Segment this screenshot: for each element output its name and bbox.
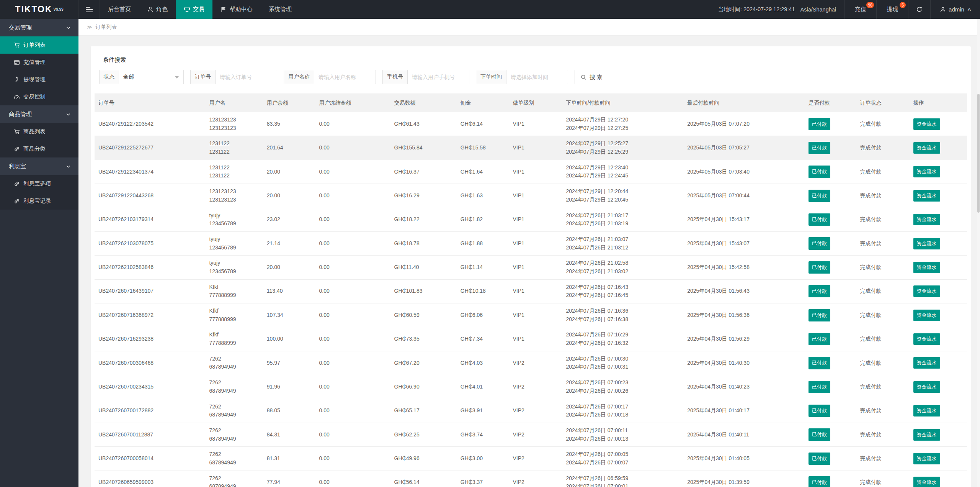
cell-actions: 资金流水	[910, 447, 967, 471]
order-no-input[interactable]	[216, 70, 277, 84]
table-row[interactable]: UB2407262103179314 tyujy123456789 23.02 …	[95, 208, 967, 231]
fund-flow-button[interactable]: 资金流水	[913, 453, 940, 464]
sidebar-item-withdraw-mgmt[interactable]: 提现管理	[0, 71, 78, 88]
cell-amount: GH₵65.17	[390, 399, 457, 423]
breadcrumb-label: 订单列表	[96, 24, 117, 31]
cell-order-no: UB2407260659599003	[95, 471, 205, 487]
withdraw-link[interactable]: 提现5	[876, 0, 908, 19]
cell-commission: GH₵3.00	[457, 447, 509, 471]
cell-balance: 201.64	[263, 136, 315, 160]
fund-flow-button[interactable]: 资金流水	[913, 477, 940, 487]
cell-balance: 20.00	[263, 184, 315, 208]
fund-flow-button[interactable]: 资金流水	[913, 166, 940, 177]
table-row[interactable]: UB2407291223401374 12311221231122 20.00 …	[95, 160, 967, 184]
nav-item-home[interactable]: 后台首页	[100, 0, 139, 19]
select-arrow-icon	[175, 76, 179, 79]
table-row[interactable]: UB2407260716439107 Kfkf777888999 113.40 …	[95, 279, 967, 303]
sidebar-group-trade[interactable]: 交易管理	[0, 19, 78, 36]
cell-frozen: 0.00	[315, 112, 390, 136]
sidebar-group-interest[interactable]: 利息宝	[0, 157, 78, 175]
user-name-input[interactable]	[314, 70, 376, 84]
paid-badge: 已付款	[808, 237, 830, 249]
table-row[interactable]: UB2407260716293238 Kfkf777888999 100.00 …	[95, 327, 967, 351]
logo-version: V9.99	[54, 7, 64, 11]
recharge-link[interactable]: 充值96	[844, 0, 876, 19]
cell-commission: GH₵4.03	[457, 351, 509, 375]
sidebar-item-interest-options[interactable]: 利息宝选项	[0, 175, 78, 192]
scrollbar-thumb[interactable]	[977, 94, 980, 213]
cell-order-no: UB2407291227203542	[95, 112, 205, 136]
condition-search-title: 条件搜索	[99, 56, 130, 64]
cart-icon	[14, 129, 20, 135]
nav-item-roles[interactable]: 角色	[139, 0, 176, 19]
table-row[interactable]: UB2407291220443268 123123123123123123 20…	[95, 184, 967, 208]
cell-last-pay-time: 2025年04月30日 01:40:05	[683, 447, 805, 471]
table-row[interactable]: UB2407291227203542 123123123123123123 83…	[95, 112, 967, 136]
sidebar-toggle-button[interactable]	[78, 0, 100, 19]
cell-order-status: 完成付款	[856, 279, 909, 303]
table-row[interactable]: UB2407262103078075 tyujy123456789 21.14 …	[95, 231, 967, 255]
fund-flow-button[interactable]: 资金流水	[913, 310, 940, 321]
vertical-scrollbar[interactable]	[977, 19, 980, 487]
cell-order-pay-time: 2024年07月26日 07:00:112024年07月26日 07:00:13	[562, 423, 684, 446]
nav-item-system[interactable]: 系统管理	[261, 0, 300, 19]
fund-flow-button[interactable]: 资金流水	[913, 333, 940, 345]
paid-badge: 已付款	[808, 309, 830, 321]
fund-flow-button[interactable]: 资金流水	[913, 142, 940, 154]
cell-commission: GH₵1.64	[457, 160, 509, 184]
fund-flow-button[interactable]: 资金流水	[913, 238, 940, 249]
phone-input[interactable]	[408, 70, 469, 84]
fund-flow-button[interactable]: 资金流水	[913, 357, 940, 369]
sidebar-item-interest-records[interactable]: 利息宝记录	[0, 192, 78, 210]
order-time-input[interactable]	[506, 70, 568, 84]
fund-flow-button[interactable]: 资金流水	[913, 381, 940, 393]
paid-badge: 已付款	[808, 285, 830, 297]
fund-flow-button[interactable]: 资金流水	[913, 429, 940, 441]
cell-last-pay-time: 2025年04月30日 01:40:11	[683, 423, 805, 446]
table-row[interactable]: UB2407291225272677 12311221231122 201.64…	[95, 136, 967, 160]
table-row[interactable]: UB2407260700058014 7262687894949 81.31 0…	[95, 447, 967, 471]
cell-level: VIP2	[509, 351, 562, 375]
cell-frozen: 0.00	[315, 184, 390, 208]
paid-badge: 已付款	[808, 190, 830, 202]
fund-flow-button[interactable]: 资金流水	[913, 405, 940, 416]
col-balance: 用户余额	[263, 94, 315, 112]
sidebar-item-goods-list[interactable]: 商品列表	[0, 123, 78, 140]
fund-flow-button[interactable]: 资金流水	[913, 214, 940, 225]
cell-level: VIP1	[509, 231, 562, 255]
table-row[interactable]: UB2407260700172882 7262687894949 88.05 0…	[95, 399, 967, 423]
cell-order-status: 完成付款	[856, 256, 909, 279]
sidebar-item-recharge-mgmt[interactable]: 充值管理	[0, 54, 78, 71]
table-row[interactable]: UB2407260659599003 7262687894949 77.94 0…	[95, 471, 967, 487]
paid-badge: 已付款	[808, 405, 830, 417]
col-order-status: 订单状态	[856, 94, 909, 112]
nav-item-trade[interactable]: 交易	[176, 0, 212, 19]
sidebar-item-trade-control[interactable]: 交易控制	[0, 88, 78, 105]
cell-order-status: 完成付款	[856, 423, 909, 446]
cell-order-no: UB2407260700058014	[95, 447, 205, 471]
sidebar-group-goods[interactable]: 商品管理	[0, 105, 78, 123]
cell-is-paid: 已付款	[805, 208, 856, 231]
table-row[interactable]: UB2407260700234315 7262687894949 91.96 0…	[95, 375, 967, 399]
card-icon	[14, 59, 20, 66]
sidebar-item-order-list[interactable]: 订单列表	[0, 36, 78, 54]
table-row[interactable]: UB2407260700306468 7262687894949 95.97 0…	[95, 351, 967, 375]
user-menu[interactable]: admin ∧	[930, 0, 980, 19]
table-row[interactable]: UB2407262102583846 tyujy123456789 20.00 …	[95, 256, 967, 279]
fund-flow-button[interactable]: 资金流水	[913, 262, 940, 273]
fund-flow-button[interactable]: 资金流水	[913, 285, 940, 297]
search-button[interactable]: 搜 索	[575, 70, 608, 84]
table-row[interactable]: UB2407260700112887 7262687894949 84.31 0…	[95, 423, 967, 446]
fund-flow-button[interactable]: 资金流水	[913, 190, 940, 202]
filter-bar: 状态 全部 订单号 用户名称 手机号 下单时间	[99, 70, 967, 84]
sidebar-item-goods-category[interactable]: 商品分类	[0, 140, 78, 157]
cell-frozen: 0.00	[315, 256, 390, 279]
nav-item-help[interactable]: 帮助中心	[212, 0, 261, 19]
refresh-button[interactable]	[908, 0, 930, 19]
table-row[interactable]: UB2407260716368972 Kfkf777888999 107.34 …	[95, 303, 967, 327]
paid-badge: 已付款	[808, 213, 830, 226]
cell-frozen: 0.00	[315, 279, 390, 303]
cell-is-paid: 已付款	[805, 160, 856, 184]
fund-flow-button[interactable]: 资金流水	[913, 118, 940, 130]
status-select[interactable]: 全部	[119, 70, 183, 84]
